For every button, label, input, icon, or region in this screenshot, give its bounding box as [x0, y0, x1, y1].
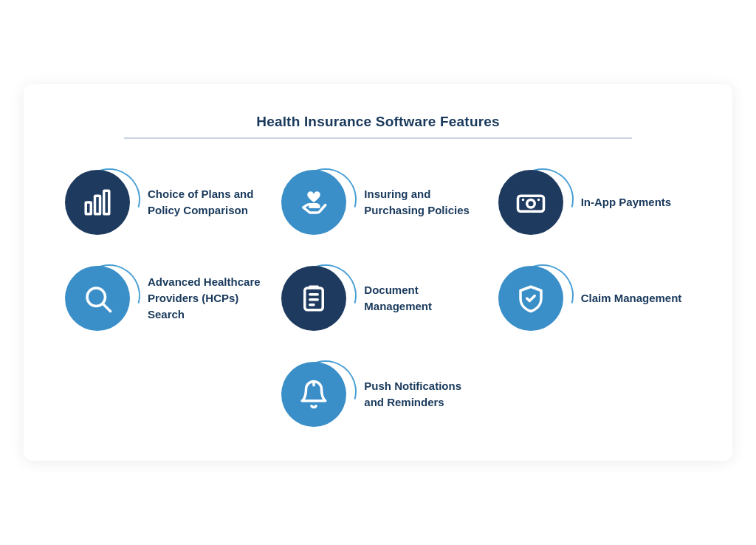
title-row: Health Insurance Software Features [61, 114, 695, 139]
bar-chart-icon [82, 187, 113, 218]
bell-icon [298, 379, 329, 410]
feature-payments: In-App Payments [494, 165, 695, 239]
feature-notifications: Push Notifications and Reminders [277, 357, 478, 431]
svg-rect-0 [86, 202, 91, 214]
features-grid: Choice of Plans and Policy Comparison In… [61, 165, 695, 431]
icon-wrapper-choice-plans [61, 165, 134, 239]
feature-insuring: Insuring and Purchasing Policies [277, 165, 478, 239]
icon-wrapper-insuring [277, 165, 351, 239]
icon-wrapper-document [277, 261, 351, 335]
label-notifications: Push Notifications and Reminders [364, 378, 478, 411]
icon-circle-notifications [281, 362, 346, 427]
icon-wrapper-claim [494, 261, 568, 335]
icon-circle-healthcare [65, 266, 130, 331]
icon-circle-payments [498, 170, 563, 235]
icon-wrapper-notifications [277, 357, 351, 431]
main-card: Health Insurance Software Features Choic… [24, 84, 732, 461]
feature-choice-plans: Choice of Plans and Policy Comparison [61, 165, 262, 239]
icon-wrapper-healthcare [61, 261, 134, 335]
search-icon [82, 283, 113, 314]
icon-circle-document [281, 266, 346, 331]
clipboard-icon [298, 283, 329, 314]
label-document: Document Management [364, 282, 478, 315]
label-choice-plans: Choice of Plans and Policy Comparison [148, 186, 262, 219]
svg-point-4 [526, 199, 535, 208]
svg-line-6 [103, 304, 111, 312]
cash-icon [515, 187, 546, 218]
svg-rect-3 [518, 196, 543, 211]
feature-claim: Claim Management [494, 261, 695, 335]
icon-circle-claim [498, 266, 563, 331]
svg-rect-1 [95, 196, 100, 214]
icon-circle-choice-plans [65, 170, 130, 235]
icon-circle-insuring [281, 170, 346, 235]
feature-healthcare: Advanced Healthcare Providers (HCPs) Sea… [61, 261, 262, 335]
label-healthcare: Advanced Healthcare Providers (HCPs) Sea… [148, 274, 262, 322]
hand-heart-icon [298, 187, 329, 218]
icon-wrapper-payments [494, 165, 568, 239]
label-insuring: Insuring and Purchasing Policies [364, 186, 478, 219]
label-payments: In-App Payments [581, 194, 672, 210]
shield-check-icon [515, 283, 546, 314]
label-claim: Claim Management [581, 290, 682, 306]
svg-rect-2 [104, 191, 109, 214]
feature-document: Document Management [277, 261, 478, 335]
page-title: Health Insurance Software Features [256, 114, 500, 129]
